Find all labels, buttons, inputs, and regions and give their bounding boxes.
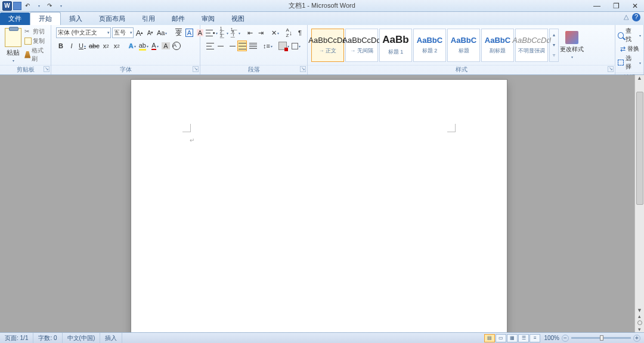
zoom-in-button[interactable]: + (633, 335, 640, 342)
tab-references[interactable]: 引用 (134, 13, 163, 25)
scroll-down-icon[interactable]: ▼ (637, 307, 642, 313)
style-tile-1[interactable]: AaBbCcDd→ 无间隔 (345, 29, 378, 62)
draft-view-button[interactable]: ≡ (530, 334, 540, 342)
scroll-up-icon[interactable]: ▲ (637, 75, 642, 81)
show-marks-button[interactable]: ¶ (295, 27, 305, 38)
subscript-button[interactable]: x2 (101, 40, 111, 51)
styles-dialog-launcher[interactable]: ↘ (608, 66, 614, 72)
status-insert-mode[interactable]: 插入 (100, 333, 122, 343)
help-icon[interactable]: ? (632, 13, 640, 21)
phonetic-guide-button[interactable]: 变 (174, 27, 183, 38)
paste-button[interactable]: 粘贴 ▾ (4, 28, 22, 63)
paste-dropdown-icon[interactable]: ▾ (13, 58, 14, 63)
style-tile-6[interactable]: AaBbCcDd不明显强调 (515, 29, 548, 62)
tab-home[interactable]: 开始 (30, 12, 61, 25)
borders-button[interactable]: ▾ (291, 40, 301, 51)
replace-icon: ⇄ (620, 45, 626, 53)
page[interactable]: ↵ (131, 80, 507, 343)
tab-insert[interactable]: 插入 (61, 13, 91, 25)
status-word-count[interactable]: 字数: 0 (33, 333, 62, 343)
cut-button[interactable]: ✂剪切 (24, 27, 47, 36)
align-center-button[interactable] (216, 40, 225, 51)
change-case-button[interactable]: Aa▾ (156, 27, 168, 38)
sort-button[interactable]: AZ↓ (284, 27, 294, 38)
tab-page-layout[interactable]: 页面布局 (91, 13, 134, 25)
copy-button[interactable]: 复制 (24, 37, 47, 45)
increase-indent-button[interactable]: ⇥ (256, 27, 265, 38)
grow-font-button[interactable]: A▴ (135, 27, 144, 38)
window-title: 文档1 - Microsoft Word (289, 1, 355, 10)
font-dialog-launcher[interactable]: ↘ (193, 66, 199, 72)
outline-view-button[interactable]: ☰ (518, 334, 529, 342)
undo-icon[interactable]: ↶ (23, 1, 32, 11)
superscript-button[interactable]: x2 (112, 40, 122, 51)
shrink-font-button[interactable]: A▾ (145, 27, 155, 38)
clipboard-dialog-launcher[interactable]: ↘ (44, 66, 49, 72)
align-left-button[interactable] (205, 40, 215, 51)
multilevel-list-button[interactable]: 1— a— i—▾ (230, 27, 241, 38)
asian-layout-button[interactable]: ✕▾ (270, 27, 280, 38)
distribute-button[interactable] (248, 40, 258, 51)
change-styles-button[interactable]: 更改样式▾ (560, 31, 584, 59)
zoom-slider-knob[interactable] (600, 335, 603, 341)
decrease-indent-button[interactable]: ⇤ (245, 27, 255, 38)
justify-button[interactable] (237, 40, 247, 51)
font-color-button[interactable]: A▾ (150, 40, 160, 51)
full-screen-view-button[interactable]: ▭ (496, 334, 506, 342)
highlight-button[interactable]: ab▾ (138, 40, 149, 51)
underline-button[interactable]: U▾ (78, 40, 87, 51)
select-button[interactable]: 选择▾ (618, 54, 641, 71)
close-button[interactable]: ✕ (628, 2, 642, 10)
font-family-combo[interactable]: 宋体 (中文正文▾ (56, 27, 111, 38)
vertical-scrollbar[interactable]: ▲ ▼ ▴ ▾ (634, 75, 644, 332)
zoom-out-button[interactable]: − (562, 335, 569, 342)
find-button[interactable]: 查找▾ (618, 27, 641, 43)
zoom-level[interactable]: 100% (544, 335, 559, 341)
strike-button[interactable]: abc (88, 40, 100, 51)
print-layout-view-button[interactable]: ▤ (484, 334, 495, 342)
shading-button[interactable]: ▾ (278, 40, 290, 51)
styles-more-button[interactable]: ▴▾▿ (549, 29, 559, 62)
enclosed-chars-button[interactable]: A (172, 40, 181, 51)
paragraph-group-label: 段落 (248, 66, 260, 73)
numbering-button[interactable]: 1—2—3—▾ (219, 27, 229, 38)
web-layout-view-button[interactable]: ▦ (507, 334, 518, 342)
status-language[interactable]: 中文(中国) (63, 333, 101, 343)
undo-dropdown-icon[interactable]: ▾ (34, 1, 44, 11)
paragraph-dialog-launcher[interactable]: ↘ (300, 66, 306, 72)
italic-button[interactable]: I (67, 40, 76, 51)
qat-customize-icon[interactable]: ▾ (56, 1, 66, 11)
scroll-thumb[interactable] (636, 92, 643, 205)
style-tile-3[interactable]: AaBbC标题 2 (413, 29, 446, 62)
minimize-ribbon-icon[interactable]: △ (624, 13, 628, 21)
redo-icon[interactable]: ↷ (45, 1, 54, 11)
minimize-button[interactable]: ― (590, 2, 603, 10)
bullets-button[interactable]: •▾ (205, 27, 218, 38)
tab-mailings[interactable]: 邮件 (163, 13, 193, 25)
next-page-icon[interactable]: ▾ (638, 326, 641, 332)
document-area[interactable]: ↵ (0, 75, 634, 332)
bold-button[interactable]: B (56, 40, 66, 51)
text-effects-button[interactable]: A▾ (128, 40, 137, 51)
prev-page-icon[interactable]: ▴ (638, 313, 641, 319)
restore-button[interactable]: ❐ (609, 2, 623, 10)
styles-group-label: 样式 (456, 66, 467, 73)
style-tile-5[interactable]: AaBbC副标题 (481, 29, 514, 62)
replace-button[interactable]: ⇄替换 (620, 45, 639, 53)
line-spacing-button[interactable]: ↕≡▾ (262, 40, 273, 51)
style-tile-2[interactable]: AaBb标题 1 (379, 29, 412, 62)
style-tile-4[interactable]: AaBbC标题 (447, 29, 480, 62)
char-border-button[interactable]: A (184, 27, 194, 38)
tab-file[interactable]: 文件 (0, 13, 30, 25)
zoom-slider[interactable] (571, 337, 631, 339)
align-right-button[interactable] (227, 40, 236, 51)
browse-object-icon[interactable] (637, 320, 642, 325)
save-icon[interactable] (13, 2, 21, 10)
format-painter-button[interactable]: 格式刷 (24, 46, 47, 63)
status-page[interactable]: 页面: 1/1 (0, 333, 33, 343)
tab-view[interactable]: 视图 (223, 13, 253, 25)
font-size-combo[interactable]: 五号▾ (112, 27, 134, 38)
char-shading-button[interactable]: A (161, 40, 171, 51)
tab-review[interactable]: 审阅 (193, 13, 223, 25)
style-tile-0[interactable]: AaBbCcDd→ 正文 (311, 29, 344, 62)
